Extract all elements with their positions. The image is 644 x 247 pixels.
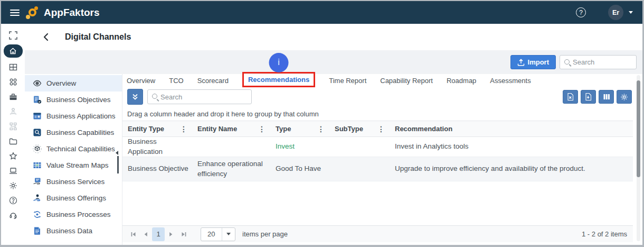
app-window: AppFaktors ? Er [0,0,644,247]
tab-scorecard[interactable]: Scorecard [197,77,229,85]
favorites-star-icon[interactable] [4,150,23,161]
tab-capability-report[interactable]: Capability Report [380,77,433,85]
sidebar-item-business-processes[interactable]: Business Processes [25,206,122,223]
export-pdf-button[interactable] [581,90,596,104]
sidebar-item-label: Business Services [46,178,105,186]
capability-badge-icon [33,128,42,137]
back-button[interactable] [43,33,49,41]
sidebar-item-label: Business Processes [46,211,111,218]
sidebar-item-overview[interactable]: Overview [25,75,122,92]
sidebar-scrollbar-thumb[interactable] [117,156,119,173]
double-chevron-down-icon [131,93,139,100]
hamburger-menu-icon[interactable] [10,8,20,17]
pager-bar: 1 20 items per page 1 - 2 of 2 items [122,225,633,242]
column-header-entity-type[interactable]: Entity Type ⋮ [122,121,192,136]
sidebar-item-value-stream-maps[interactable]: Value Stream Maps [25,157,122,173]
detail-panel: Overview TCO Scorecard i Recommendations… [122,74,633,242]
apps-icon[interactable] [4,76,23,87]
page-size-dropdown[interactable]: 20 [201,227,235,241]
tab-roadmap[interactable]: Roadmap [447,77,476,85]
sidebar-item-technical-capabilities[interactable]: Technical Capabilities [25,141,122,157]
folders-icon[interactable] [4,135,23,147]
import-button[interactable]: Import [510,55,556,69]
upload-icon [517,59,525,66]
first-page-button[interactable] [127,227,139,241]
sidebar-item-business-data[interactable]: Business Data [25,223,122,239]
grid-search-input[interactable] [160,93,248,101]
global-search-box [560,55,637,69]
user-menu-caret-icon[interactable] [629,11,633,14]
sidebar-item-label: Business Offerings [46,194,106,202]
sidebar-item-label: Overview [46,79,76,87]
next-page-button[interactable] [165,227,177,241]
cell-recommendation: Upgrade to improve efficiency and availa… [390,164,633,173]
annotation-highlight-box: i Recommendations [242,72,315,87]
page-header: Digital Channels [25,24,642,50]
column-header-entity-name[interactable]: Entity Name ⋮ [192,121,270,136]
fullscreen-icon[interactable] [4,30,23,41]
column-header-recommendation[interactable]: Recommendation [390,121,633,136]
vertical-scrollbar[interactable] [637,75,640,241]
devices-icon[interactable] [4,165,23,176]
help-icon[interactable]: ? [576,7,586,17]
data-grid-icon[interactable] [4,61,23,72]
last-page-button[interactable] [177,227,190,241]
columns-button[interactable] [599,90,614,104]
portfolio-icon[interactable] [4,91,23,102]
table-row[interactable]: Business Objective Enhance operational e… [122,157,633,181]
stakeholders-icon[interactable] [4,106,23,117]
top-navbar: AppFaktors ? Er [1,1,642,24]
support-headset-icon[interactable] [4,209,23,221]
sidebar-item-label: Technical Capabilities [46,145,115,153]
vertical-scrollbar-thumb[interactable] [637,80,640,177]
column-header-type[interactable]: Type ⋮ [270,121,329,136]
grid-toolbar [122,87,633,107]
icon-rail [1,24,25,245]
tab-time-report[interactable]: Time Report [329,77,366,85]
table-row[interactable]: Business Application Invest Invest in An… [122,137,633,157]
sidebar-collapse-arrow[interactable] [116,151,118,155]
page-number-button[interactable]: 1 [152,227,165,241]
cell-type: Invest [270,142,329,151]
last-page-icon [181,232,187,237]
cell-entity-type: Business Objective [122,164,192,173]
export-excel-button[interactable] [563,90,578,104]
help-circle-icon[interactable] [4,195,23,206]
sidebar-item-business-offerings[interactable]: Business Offerings [25,190,122,206]
tab-tco[interactable]: TCO [169,77,183,85]
sidebar-item-label: Value Stream Maps [46,161,109,169]
column-menu-icon[interactable]: ⋮ [258,125,266,133]
column-menu-icon[interactable]: ⋮ [180,125,187,133]
column-menu-icon[interactable]: ⋮ [317,125,325,133]
tab-assessments[interactable]: Assessments [490,77,531,85]
tab-recommendations[interactable]: Recommendations [248,76,309,84]
previous-page-button[interactable] [139,227,152,241]
pdf-file-icon [584,93,592,101]
app-window-icon [33,112,42,121]
group-by-hint: Drag a column header and drop it here to… [122,107,633,121]
page-size-caret[interactable] [222,228,235,241]
grid-settings-button[interactable] [617,90,632,104]
sidebar-item-business-applications[interactable]: Business Applications [25,108,122,124]
global-search-input[interactable] [573,58,632,66]
settings-gear-icon[interactable] [4,180,23,191]
tab-overview[interactable]: Overview [127,77,155,85]
user-avatar[interactable]: Er [608,5,623,20]
org-structure-icon[interactable] [4,121,23,132]
sidebar-item-business-objectives[interactable]: Business Objectives [25,92,122,108]
import-button-label: Import [528,58,549,66]
home-icon[interactable] [4,44,23,58]
grid-search-box [147,89,252,104]
first-page-icon [130,232,136,237]
sidebar-item-business-services[interactable]: Business Services [25,173,122,190]
sidebar-item-label: Business Capabilities [46,129,114,136]
page-title: Digital Channels [65,32,131,42]
cell-entity-type: Business Application [122,137,192,156]
search-icon [151,93,159,100]
column-menu-icon[interactable]: ⋮ [377,125,385,133]
sidebar-item-business-capabilities[interactable]: Business Capabilities [25,124,122,141]
column-header-subtype[interactable]: SubType ⋮ [329,121,390,136]
gear-icon [620,93,628,101]
pager-range-label: 1 - 2 of 2 items [582,230,629,238]
expand-filters-button[interactable] [127,89,143,105]
